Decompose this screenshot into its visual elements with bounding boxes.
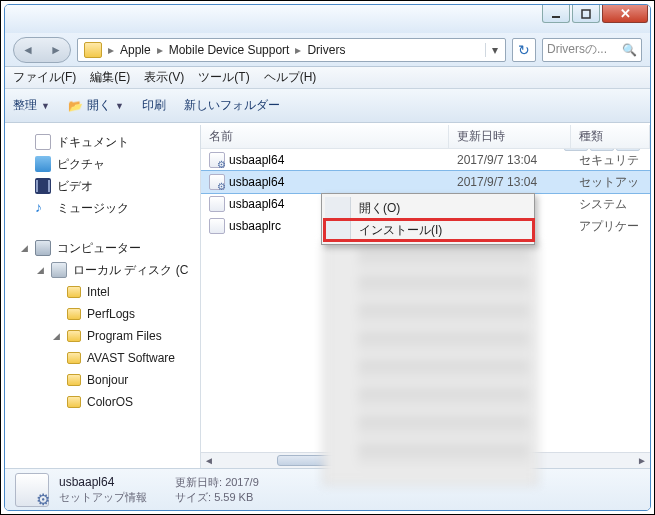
blurred-menu-region (323, 243, 538, 485)
forward-icon: ► (50, 43, 62, 57)
search-placeholder: Driversの... (547, 41, 622, 58)
svg-rect-0 (552, 16, 560, 18)
folder-icon (67, 308, 81, 320)
expand-icon: ◢ (51, 331, 61, 341)
menu-file[interactable]: ファイル(F) (13, 69, 76, 86)
breadcrumb-segment[interactable]: Apple (116, 43, 155, 57)
context-menu: 開く(O) インストール(I) (321, 193, 535, 245)
folder-icon (84, 42, 102, 58)
nav-folder-bonjour[interactable]: Bonjour (5, 369, 200, 391)
refresh-button[interactable]: ↻ (512, 38, 536, 62)
organize-button[interactable]: 整理▼ (13, 97, 50, 114)
open-button[interactable]: 📂開く▼ (68, 97, 124, 114)
picture-icon (35, 156, 51, 172)
file-icon (209, 196, 225, 212)
nav-back-forward[interactable]: ◄ ► (13, 37, 71, 63)
disk-icon (51, 262, 67, 278)
ctx-install[interactable]: インストール(I) (325, 219, 531, 241)
toolbar: 整理▼ 📂開く▼ 印刷 新しいフォルダー (5, 89, 650, 123)
svg-rect-1 (582, 10, 590, 18)
folder-icon (67, 286, 81, 298)
folder-icon (67, 374, 81, 386)
col-name[interactable]: 名前 (201, 125, 449, 148)
menubar: ファイル(F) 編集(E) 表示(V) ツール(T) ヘルプ(H) (5, 67, 650, 89)
status-filename: usbaapl64 (59, 475, 147, 490)
menu-tools[interactable]: ツール(T) (198, 69, 249, 86)
nav-folder-intel[interactable]: Intel (5, 281, 200, 303)
search-input[interactable]: Driversの... 🔍 (542, 38, 642, 62)
column-header: 名前 更新日時 種類 (201, 125, 650, 149)
document-icon (35, 134, 51, 150)
music-icon: ♪ (35, 200, 51, 216)
expand-icon: ◢ (19, 243, 29, 253)
ctx-open[interactable]: 開く(O) (325, 197, 531, 219)
file-type-icon (15, 473, 49, 507)
nav-folder-coloros[interactable]: ColorOS (5, 391, 200, 413)
folder-icon (67, 352, 81, 364)
col-type[interactable]: 種類 (571, 125, 650, 148)
nav-music[interactable]: ♪ミュージック (5, 197, 200, 219)
nav-computer[interactable]: ◢コンピューター (5, 237, 200, 259)
menu-help[interactable]: ヘルプ(H) (264, 69, 317, 86)
address-bar[interactable]: ▸ Apple ▸ Mobile Device Support ▸ Driver… (77, 38, 506, 62)
computer-icon (35, 240, 51, 256)
file-row-selected[interactable]: usbaapl64 2017/9/7 13:04 セットアッ (201, 171, 650, 193)
print-button[interactable]: 印刷 (142, 97, 166, 114)
nav-folder-perflogs[interactable]: PerfLogs (5, 303, 200, 325)
file-icon (209, 218, 225, 234)
nav-local-disk[interactable]: ◢ローカル ディスク (C (5, 259, 200, 281)
search-icon: 🔍 (622, 43, 637, 57)
nav-folder-avast[interactable]: AVAST Software (5, 347, 200, 369)
status-filetype: セットアップ情報 (59, 490, 147, 505)
scroll-left-button[interactable]: ◄ (201, 453, 217, 468)
video-icon (35, 178, 51, 194)
folder-icon (67, 396, 81, 408)
nav-pictures[interactable]: ピクチャ (5, 153, 200, 175)
breadcrumb-segment[interactable]: Mobile Device Support (165, 43, 294, 57)
scroll-right-button[interactable]: ► (634, 453, 650, 468)
titlebar: ✕ (5, 5, 650, 33)
new-folder-button[interactable]: 新しいフォルダー (184, 97, 280, 114)
close-button[interactable]: ✕ (602, 5, 648, 23)
file-row[interactable]: usbaapl64 2017/9/7 13:04 セキュリテ (201, 149, 650, 171)
file-icon (209, 174, 225, 190)
maximize-button[interactable] (572, 5, 600, 23)
nav-folder-programfiles[interactable]: ◢Program Files (5, 325, 200, 347)
nav-documents[interactable]: ドキュメント (5, 131, 200, 153)
breadcrumb-segment[interactable]: Drivers (303, 43, 349, 57)
back-icon: ◄ (22, 43, 34, 57)
minimize-button[interactable] (542, 5, 570, 23)
file-icon (209, 152, 225, 168)
col-date[interactable]: 更新日時 (449, 125, 571, 148)
folder-icon (67, 330, 81, 342)
nav-videos[interactable]: ビデオ (5, 175, 200, 197)
menu-view[interactable]: 表示(V) (144, 69, 184, 86)
navigation-pane: ドキュメント ピクチャ ビデオ ♪ミュージック ◢コンピューター ◢ローカル デ… (5, 125, 201, 468)
expand-icon: ◢ (35, 265, 45, 275)
menu-edit[interactable]: 編集(E) (90, 69, 130, 86)
address-dropdown[interactable]: ▾ (485, 43, 503, 57)
